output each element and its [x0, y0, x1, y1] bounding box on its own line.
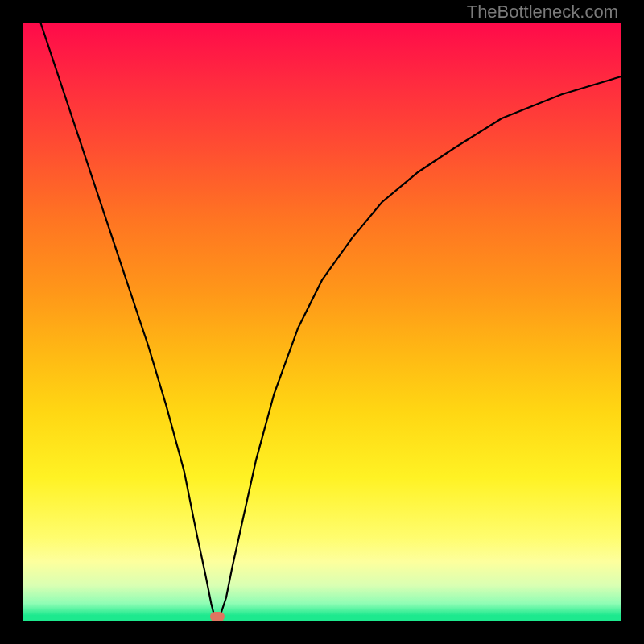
minimum-marker	[210, 612, 225, 621]
chart-frame: TheBottleneck.com	[0, 0, 644, 644]
watermark-text: TheBottleneck.com	[467, 2, 618, 23]
curve-svg	[23, 23, 621, 621]
curve-right-branch	[221, 76, 621, 616]
plot-area	[23, 23, 621, 621]
curve-left-branch	[40, 23, 214, 616]
